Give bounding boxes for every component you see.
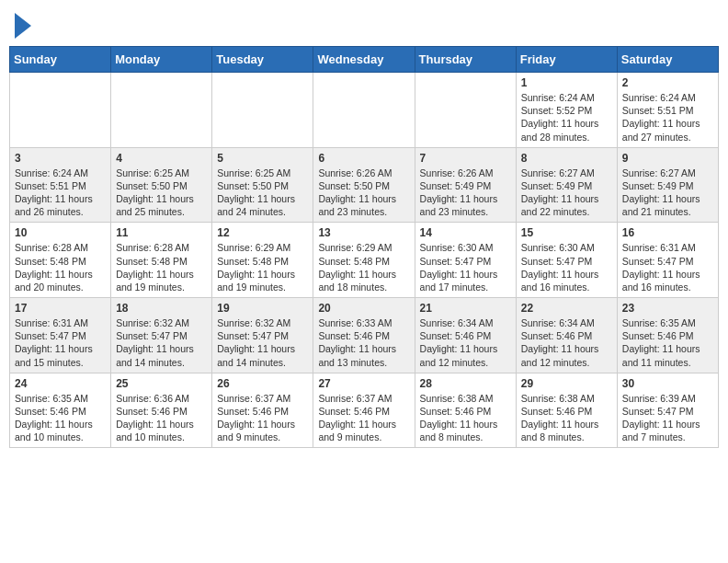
- day-info: Sunrise: 6:28 AMSunset: 5:48 PMDaylight:…: [116, 241, 207, 293]
- day-number: 1: [521, 76, 612, 89]
- day-info: Sunrise: 6:25 AMSunset: 5:50 PMDaylight:…: [217, 167, 308, 219]
- calendar-empty: [415, 73, 516, 148]
- calendar-day-30: 30Sunrise: 6:39 AMSunset: 5:47 PMDayligh…: [617, 373, 718, 448]
- day-info: Sunrise: 6:33 AMSunset: 5:46 PMDaylight:…: [318, 316, 409, 369]
- day-number: 28: [420, 377, 511, 390]
- day-number: 18: [116, 302, 207, 315]
- day-number: 17: [15, 302, 106, 315]
- day-info: Sunrise: 6:24 AMSunset: 5:51 PMDaylight:…: [622, 91, 713, 144]
- calendar-day-13: 13Sunrise: 6:29 AMSunset: 5:48 PMDayligh…: [313, 223, 415, 298]
- day-info: Sunrise: 6:30 AMSunset: 5:47 PMDaylight:…: [521, 241, 612, 293]
- day-number: 19: [217, 302, 308, 315]
- day-info: Sunrise: 6:34 AMSunset: 5:46 PMDaylight:…: [420, 316, 511, 369]
- calendar-day-17: 17Sunrise: 6:31 AMSunset: 5:47 PMDayligh…: [10, 298, 111, 373]
- day-info: Sunrise: 6:27 AMSunset: 5:49 PMDaylight:…: [521, 167, 612, 219]
- calendar-week-row: 3Sunrise: 6:24 AMSunset: 5:51 PMDaylight…: [10, 147, 719, 223]
- day-info: Sunrise: 6:24 AMSunset: 5:52 PMDaylight:…: [521, 91, 612, 144]
- calendar-day-28: 28Sunrise: 6:38 AMSunset: 5:46 PMDayligh…: [415, 373, 516, 448]
- col-header-saturday: Saturday: [617, 47, 718, 73]
- day-number: 15: [521, 226, 612, 239]
- day-info: Sunrise: 6:32 AMSunset: 5:47 PMDaylight:…: [217, 316, 308, 369]
- calendar-empty: [313, 73, 415, 148]
- calendar-day-6: 6Sunrise: 6:26 AMSunset: 5:50 PMDaylight…: [313, 147, 415, 223]
- calendar-empty: [212, 73, 313, 148]
- calendar-table: SundayMondayTuesdayWednesdayThursdayFrid…: [9, 46, 719, 448]
- day-number: 4: [116, 152, 207, 165]
- calendar-day-11: 11Sunrise: 6:28 AMSunset: 5:48 PMDayligh…: [111, 223, 212, 298]
- day-info: Sunrise: 6:37 AMSunset: 5:46 PMDaylight:…: [217, 392, 308, 444]
- calendar-day-1: 1Sunrise: 6:24 AMSunset: 5:52 PMDaylight…: [516, 73, 617, 148]
- day-number: 26: [217, 377, 308, 390]
- col-header-tuesday: Tuesday: [212, 47, 313, 73]
- day-number: 2: [622, 76, 713, 89]
- day-info: Sunrise: 6:28 AMSunset: 5:48 PMDaylight:…: [15, 241, 106, 293]
- day-info: Sunrise: 6:31 AMSunset: 5:47 PMDaylight:…: [15, 316, 106, 369]
- calendar-day-27: 27Sunrise: 6:37 AMSunset: 5:46 PMDayligh…: [313, 373, 415, 448]
- day-info: Sunrise: 6:35 AMSunset: 5:46 PMDaylight:…: [15, 392, 106, 444]
- calendar-day-19: 19Sunrise: 6:32 AMSunset: 5:47 PMDayligh…: [212, 298, 313, 373]
- day-number: 9: [622, 152, 713, 165]
- logo-arrow-icon: [15, 13, 31, 39]
- day-number: 29: [521, 377, 612, 390]
- day-number: 7: [420, 152, 511, 165]
- day-number: 6: [318, 152, 409, 165]
- day-number: 16: [622, 226, 713, 239]
- calendar-day-23: 23Sunrise: 6:35 AMSunset: 5:46 PMDayligh…: [617, 298, 718, 373]
- col-header-thursday: Thursday: [415, 47, 516, 73]
- day-info: Sunrise: 6:27 AMSunset: 5:49 PMDaylight:…: [622, 167, 713, 219]
- day-number: 5: [217, 152, 308, 165]
- calendar-week-row: 17Sunrise: 6:31 AMSunset: 5:47 PMDayligh…: [10, 298, 719, 373]
- day-number: 10: [15, 226, 106, 239]
- day-number: 11: [116, 226, 207, 239]
- day-number: 14: [420, 226, 511, 239]
- col-header-wednesday: Wednesday: [313, 47, 415, 73]
- calendar-empty: [10, 73, 111, 148]
- day-info: Sunrise: 6:30 AMSunset: 5:47 PMDaylight:…: [420, 241, 511, 293]
- calendar-day-7: 7Sunrise: 6:26 AMSunset: 5:49 PMDaylight…: [415, 147, 516, 223]
- day-number: 21: [420, 302, 511, 315]
- calendar-day-8: 8Sunrise: 6:27 AMSunset: 5:49 PMDaylight…: [516, 147, 617, 223]
- calendar-day-15: 15Sunrise: 6:30 AMSunset: 5:47 PMDayligh…: [516, 223, 617, 298]
- day-info: Sunrise: 6:37 AMSunset: 5:46 PMDaylight:…: [318, 392, 409, 444]
- day-number: 22: [521, 302, 612, 315]
- calendar-day-18: 18Sunrise: 6:32 AMSunset: 5:47 PMDayligh…: [111, 298, 212, 373]
- day-info: Sunrise: 6:31 AMSunset: 5:47 PMDaylight:…: [622, 241, 713, 293]
- calendar-day-5: 5Sunrise: 6:25 AMSunset: 5:50 PMDaylight…: [212, 147, 313, 223]
- day-info: Sunrise: 6:26 AMSunset: 5:49 PMDaylight:…: [420, 167, 511, 219]
- calendar-day-29: 29Sunrise: 6:38 AMSunset: 5:46 PMDayligh…: [516, 373, 617, 448]
- day-info: Sunrise: 6:26 AMSunset: 5:50 PMDaylight:…: [318, 167, 409, 219]
- logo: [13, 9, 31, 39]
- day-number: 3: [15, 152, 106, 165]
- day-number: 24: [15, 377, 106, 390]
- col-header-monday: Monday: [111, 47, 212, 73]
- day-info: Sunrise: 6:29 AMSunset: 5:48 PMDaylight:…: [217, 241, 308, 293]
- calendar-week-row: 10Sunrise: 6:28 AMSunset: 5:48 PMDayligh…: [10, 223, 719, 298]
- calendar-day-22: 22Sunrise: 6:34 AMSunset: 5:46 PMDayligh…: [516, 298, 617, 373]
- day-info: Sunrise: 6:39 AMSunset: 5:47 PMDaylight:…: [622, 392, 713, 444]
- calendar-day-12: 12Sunrise: 6:29 AMSunset: 5:48 PMDayligh…: [212, 223, 313, 298]
- calendar-day-16: 16Sunrise: 6:31 AMSunset: 5:47 PMDayligh…: [617, 223, 718, 298]
- calendar-day-14: 14Sunrise: 6:30 AMSunset: 5:47 PMDayligh…: [415, 223, 516, 298]
- day-number: 27: [318, 377, 409, 390]
- day-info: Sunrise: 6:24 AMSunset: 5:51 PMDaylight:…: [15, 167, 106, 219]
- calendar-day-21: 21Sunrise: 6:34 AMSunset: 5:46 PMDayligh…: [415, 298, 516, 373]
- day-number: 8: [521, 152, 612, 165]
- calendar-day-4: 4Sunrise: 6:25 AMSunset: 5:50 PMDaylight…: [111, 147, 212, 223]
- calendar-day-25: 25Sunrise: 6:36 AMSunset: 5:46 PMDayligh…: [111, 373, 212, 448]
- day-number: 12: [217, 226, 308, 239]
- calendar-day-2: 2Sunrise: 6:24 AMSunset: 5:51 PMDaylight…: [617, 73, 718, 148]
- calendar-day-9: 9Sunrise: 6:27 AMSunset: 5:49 PMDaylight…: [617, 147, 718, 223]
- calendar-header-row: SundayMondayTuesdayWednesdayThursdayFrid…: [10, 47, 719, 73]
- day-number: 25: [116, 377, 207, 390]
- day-info: Sunrise: 6:29 AMSunset: 5:48 PMDaylight:…: [318, 241, 409, 293]
- calendar-day-24: 24Sunrise: 6:35 AMSunset: 5:46 PMDayligh…: [10, 373, 111, 448]
- day-info: Sunrise: 6:35 AMSunset: 5:46 PMDaylight:…: [622, 316, 713, 369]
- calendar-week-row: 1Sunrise: 6:24 AMSunset: 5:52 PMDaylight…: [10, 73, 719, 148]
- calendar-day-3: 3Sunrise: 6:24 AMSunset: 5:51 PMDaylight…: [10, 147, 111, 223]
- day-number: 23: [622, 302, 713, 315]
- page-header: [9, 9, 719, 39]
- day-info: Sunrise: 6:25 AMSunset: 5:50 PMDaylight:…: [116, 167, 207, 219]
- day-info: Sunrise: 6:32 AMSunset: 5:47 PMDaylight:…: [116, 316, 207, 369]
- day-number: 13: [318, 226, 409, 239]
- day-info: Sunrise: 6:36 AMSunset: 5:46 PMDaylight:…: [116, 392, 207, 444]
